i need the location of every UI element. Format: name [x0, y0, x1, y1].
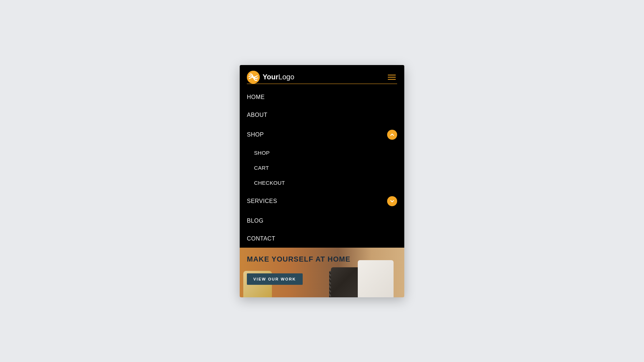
nav-item-about[interactable]: ABOUT	[247, 106, 397, 124]
submenu-shop-label: SHOP	[254, 150, 270, 156]
nav-home-label: HOME	[247, 94, 265, 100]
services-chevron-button[interactable]	[387, 196, 397, 206]
nav-item-contact[interactable]: CONTACT	[247, 230, 397, 248]
submenu-item-shop[interactable]: SHOP	[254, 145, 397, 160]
nav-blog-label: BLOG	[247, 218, 263, 224]
header-line	[247, 84, 397, 84]
pillow-decoration-light	[358, 260, 394, 297]
submenu-cart-label: CART	[254, 165, 269, 171]
hamburger-line-1	[388, 75, 396, 75]
hero-headline: MAKE YOURSELF AT HOME	[247, 255, 351, 263]
nav-item-services[interactable]: SERVICES	[247, 190, 397, 212]
shop-chevron-button[interactable]	[387, 130, 397, 140]
nav-item-home[interactable]: HOME	[247, 88, 397, 106]
submenu-checkout-label: CHECKOUT	[254, 180, 285, 186]
hamburger-line-2	[388, 77, 396, 78]
phone-frame: YourLogo HOME ABOUT SHOP	[240, 65, 404, 297]
mobile-nav: HOME ABOUT SHOP SHOP CART CHECKOUT	[240, 88, 404, 248]
hamburger-line-3	[388, 79, 396, 80]
header: YourLogo	[240, 65, 404, 84]
nav-shop-label: SHOP	[247, 132, 264, 138]
logo-text: YourLogo	[263, 73, 294, 81]
logo-area: YourLogo	[247, 71, 294, 84]
nav-item-blog[interactable]: BLOG	[247, 212, 397, 230]
submenu-item-checkout[interactable]: CHECKOUT	[254, 175, 397, 190]
submenu-item-cart[interactable]: CART	[254, 160, 397, 175]
hero-section: MAKE YOURSELF AT HOME VIEW OUR WORK	[240, 248, 404, 297]
nav-item-shop[interactable]: SHOP	[247, 124, 397, 145]
hero-cta-button[interactable]: VIEW OUR WORK	[247, 273, 303, 285]
header-divider	[240, 84, 404, 88]
pillow-decoration-dark	[331, 267, 361, 297]
nav-contact-label: CONTACT	[247, 235, 275, 242]
hamburger-button[interactable]	[386, 73, 397, 81]
hero-background: MAKE YOURSELF AT HOME VIEW OUR WORK	[240, 248, 404, 297]
nav-about-label: ABOUT	[247, 112, 268, 118]
nav-services-label: SERVICES	[247, 198, 277, 204]
shop-submenu: SHOP CART CHECKOUT	[247, 145, 397, 190]
logo-icon	[247, 71, 260, 84]
